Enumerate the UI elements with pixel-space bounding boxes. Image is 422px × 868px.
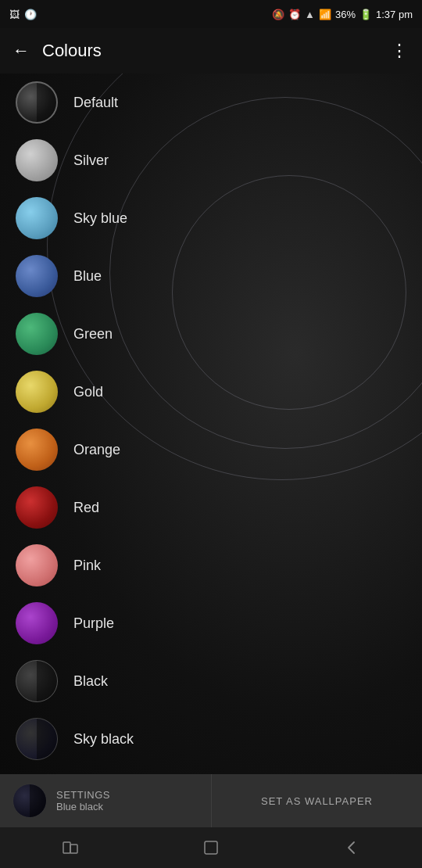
color-swatch-skyblack	[16, 718, 58, 760]
color-label-orange: Orange	[73, 442, 120, 458]
color-label-silver: Silver	[73, 152, 109, 169]
color-swatch-black	[16, 660, 58, 702]
status-bar: 🖼 🕐 🔕 ⏰ ▲ 📶 36% 🔋 1:37 pm	[0, 0, 422, 28]
color-label-pink: Pink	[73, 558, 101, 574]
wallpaper-label: SET AS WALLPAPER	[261, 795, 373, 807]
battery-icon: 🔋	[359, 9, 372, 20]
home-button[interactable]	[188, 832, 234, 863]
color-swatch-pink	[16, 544, 58, 586]
status-bar-left: 🖼 🕐	[9, 9, 37, 20]
menu-button[interactable]: ⋮	[391, 41, 409, 61]
color-item-default[interactable]: Default	[0, 74, 422, 131]
color-swatch-default	[16, 81, 58, 124]
svg-rect-2	[205, 841, 217, 854]
color-swatch-red	[16, 486, 58, 529]
color-swatch-purple	[16, 602, 58, 644]
color-swatch-green	[16, 313, 58, 355]
color-item-orange[interactable]: Orange	[0, 421, 422, 479]
nav-bar	[0, 827, 422, 868]
color-swatch-gold	[16, 371, 58, 413]
color-label-green: Green	[73, 326, 113, 343]
color-item-skyblack[interactable]: Sky black	[0, 710, 422, 768]
color-swatch-skyblue	[16, 197, 58, 239]
history-icon: 🕐	[24, 9, 37, 20]
color-item-skyblue[interactable]: Sky blue	[0, 189, 422, 247]
settings-value: Blue black	[56, 801, 110, 812]
color-item-pink[interactable]: Pink	[0, 536, 422, 594]
color-label-black: Black	[73, 673, 108, 690]
header: ← Colours ⋮	[0, 28, 422, 74]
color-item-silver[interactable]: Silver	[0, 131, 422, 189]
color-swatch-orange	[16, 429, 58, 471]
color-label-skyblack: Sky black	[73, 731, 134, 748]
bottom-bar: SETTINGS Blue black SET AS WALLPAPER	[0, 774, 422, 827]
settings-button[interactable]: SETTINGS Blue black	[0, 774, 211, 827]
color-item-blue[interactable]: Blue	[0, 247, 422, 305]
color-item-green[interactable]: Green	[0, 305, 422, 363]
status-bar-right: 🔕 ⏰ ▲ 📶 36% 🔋 1:37 pm	[272, 9, 413, 20]
clock: 1:37 pm	[376, 9, 413, 20]
color-item-red[interactable]: Red	[0, 479, 422, 536]
settings-label: SETTINGS	[56, 789, 110, 801]
back-nav-button[interactable]	[328, 832, 375, 863]
svg-rect-0	[63, 842, 70, 853]
color-label-skyblue: Sky blue	[73, 210, 127, 227]
color-label-red: Red	[73, 500, 99, 516]
color-item-gold[interactable]: Gold	[0, 363, 422, 421]
color-label-purple: Purple	[73, 615, 114, 632]
color-label-default: Default	[73, 95, 118, 111]
settings-text: SETTINGS Blue black	[56, 789, 110, 812]
photo-icon: 🖼	[9, 9, 20, 20]
color-label-gold: Gold	[73, 384, 103, 400]
color-label-blue: Blue	[73, 268, 102, 285]
color-list: DefaultSilverSky blueBlueGreenGoldOrange…	[0, 74, 422, 774]
color-item-purple[interactable]: Purple	[0, 594, 422, 652]
wifi-icon: ▲	[305, 9, 315, 20]
settings-swatch	[13, 784, 47, 818]
color-swatch-silver	[16, 139, 58, 181]
page-title: Colours	[42, 41, 391, 61]
mute-icon: 🔕	[272, 9, 284, 20]
alarm-icon: ⏰	[288, 9, 301, 20]
color-item-black[interactable]: Black	[0, 652, 422, 710]
wallpaper-button[interactable]: SET AS WALLPAPER	[211, 774, 422, 827]
svg-rect-1	[70, 845, 77, 853]
color-swatch-blue	[16, 255, 58, 297]
recent-apps-button[interactable]	[47, 832, 94, 863]
back-button[interactable]: ←	[13, 41, 30, 61]
signal-icon: 📶	[319, 9, 331, 20]
battery-percentage: 36%	[335, 9, 356, 20]
